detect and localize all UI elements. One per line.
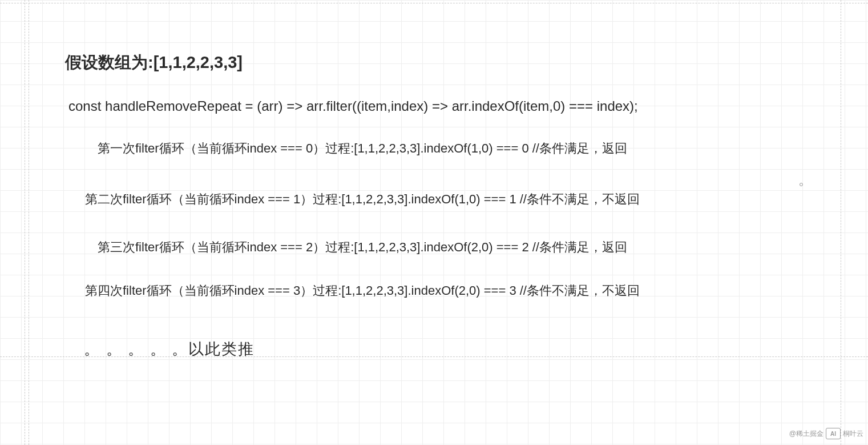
watermark-right: 桐叶云 [843, 429, 863, 439]
handle-dot [800, 183, 803, 186]
guide-vertical [25, 0, 25, 445]
watermark: @稀土掘金 AI 桐叶云 [789, 428, 863, 439]
guide-vertical [29, 0, 29, 445]
step-3: 第三次filter循环（当前循环index === 2）过程:[1,1,2,2,… [98, 239, 627, 256]
step-2: 第二次filter循环（当前循环index === 1）过程:[1,1,2,2,… [85, 191, 640, 208]
step-4: 第四次filter循环（当前循环index === 3）过程:[1,1,2,2,… [85, 282, 640, 299]
ai-badge-icon: AI [826, 428, 841, 439]
code-snippet: const handleRemoveRepeat = (arr) => arr.… [68, 98, 638, 114]
guide-vertical [841, 0, 841, 445]
watermark-left: @稀土掘金 [789, 429, 823, 439]
guide-horizontal [0, 3, 868, 3]
heading-array-assumption: 假设数组为:[1,1,2,2,3,3] [65, 51, 243, 74]
ending-text: 。 。 。 。 。以此类推 [84, 339, 255, 359]
step-1: 第一次filter循环（当前循环index === 0）过程:[1,1,2,2,… [98, 140, 627, 157]
